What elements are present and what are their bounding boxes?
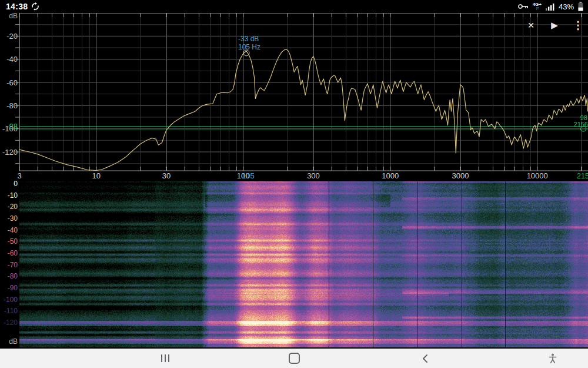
spectrogram-scale-label: -110 [0, 307, 18, 315]
svg-text:1000: 1000 [382, 171, 399, 180]
svg-text:-20: -20 [6, 32, 18, 41]
spectrogram-section: 0-10-20-30-40-50-60-70-80-90-100-110-120… [0, 181, 588, 349]
svg-text:30: 30 [162, 171, 171, 180]
android-nav-bar [0, 349, 588, 368]
svg-text:3000: 3000 [452, 171, 469, 180]
spectrum-section: dB-20-40-60-80-100-120310301003001000300… [0, 13, 588, 181]
spectrogram-scale-label: 0 [0, 180, 18, 188]
spectrogram-scale-label: -50 [0, 238, 18, 246]
spectrogram-scale-label: -80 [0, 273, 18, 280]
screen: { "status_bar": { "time": "14:38", "batt… [0, 0, 588, 368]
spectrogram-scale-label: -10 [0, 192, 18, 200]
spectrogram-plot[interactable] [19, 181, 588, 347]
back-chevron-icon [422, 354, 428, 363]
accessibility-button[interactable] [535, 349, 570, 368]
spectrogram-scale-label: -100 [0, 296, 18, 304]
svg-text:-40: -40 [6, 55, 18, 64]
spectrogram-unit-label: dB [0, 338, 18, 346]
spectrogram-scale-label: -40 [0, 227, 18, 234]
spectrogram-scale-label: -60 [0, 250, 18, 257]
signal-strength-icon [546, 3, 554, 11]
svg-text:3: 3 [17, 171, 21, 180]
back-button[interactable] [407, 349, 443, 368]
close-button[interactable]: × [523, 18, 539, 33]
svg-text:21562: 21562 [577, 172, 588, 180]
svg-text:-33 dB: -33 dB [238, 35, 259, 43]
vpn-key-icon [518, 3, 529, 10]
spectrogram-scale-label: -120 [0, 319, 18, 327]
app-toolbar: × ▶ ⋮ [523, 18, 586, 33]
recents-icon [161, 354, 169, 362]
home-icon [289, 353, 300, 364]
svg-text:dB: dB [9, 13, 18, 20]
svg-text:2156: 2156 [574, 121, 588, 128]
spectrogram-scale-label: -30 [0, 215, 18, 223]
battery-icon [578, 2, 583, 11]
battery-percent: 43% [559, 2, 574, 11]
svg-text:-80: -80 [6, 101, 18, 110]
recents-button[interactable] [148, 349, 183, 368]
svg-text:105: 105 [242, 171, 255, 180]
svg-text:-120: -120 [2, 148, 18, 157]
sync-icon [31, 2, 39, 11]
accessibility-person-icon [549, 353, 557, 363]
home-button[interactable] [276, 349, 312, 368]
spectrogram-scale-label: -70 [0, 261, 18, 269]
spectrum-plot[interactable]: dB-20-40-60-80-100-120310301003001000300… [0, 13, 588, 181]
status-bar: 14:38 4G+ ↓↑ [0, 0, 588, 13]
svg-text:10: 10 [92, 171, 100, 180]
spectrogram-scale-label: -90 [0, 284, 18, 292]
play-button[interactable]: ▶ [547, 18, 562, 33]
mobile-data-icon: 4G+ ↓↑ [533, 3, 542, 10]
svg-text:10000: 10000 [527, 171, 548, 180]
svg-text:300: 300 [307, 171, 320, 180]
svg-text:-98: -98 [6, 122, 18, 131]
overflow-menu-button[interactable]: ⋮ [570, 18, 586, 33]
svg-text:-60: -60 [6, 78, 18, 87]
clock: 14:38 [6, 2, 28, 11]
svg-text:105 Hz: 105 Hz [238, 43, 260, 51]
spectrogram-scale-label: -20 [0, 203, 18, 211]
